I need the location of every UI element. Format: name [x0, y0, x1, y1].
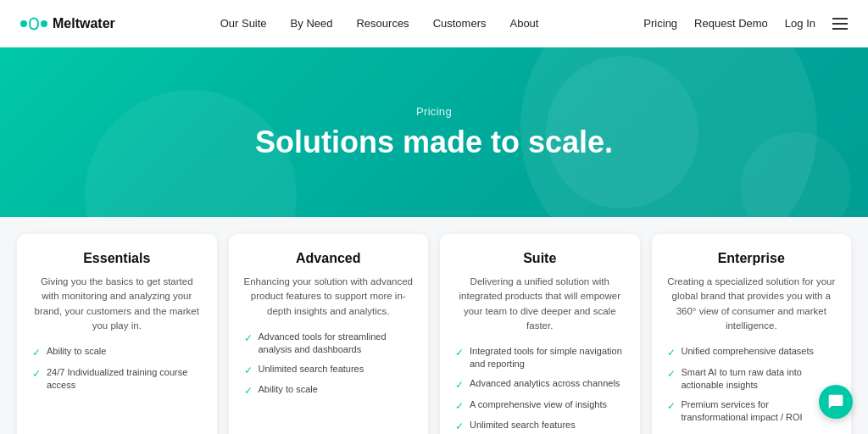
logo-text: Meltwater: [53, 16, 115, 31]
list-item: ✓Premium services for transformational i…: [667, 398, 837, 425]
card-desc-enterprise: Creating a specialized solution for your…: [667, 275, 837, 333]
nav-resources[interactable]: Resources: [356, 17, 409, 30]
list-item: ✓Unlimited search features: [455, 419, 625, 434]
hero-title: Solutions made to scale.: [255, 125, 613, 160]
card-features-suite: ✓Integrated tools for simple navigation …: [455, 345, 625, 434]
pricing-cards-section: EssentialsGiving you the basics to get s…: [0, 217, 868, 434]
card-title-suite: Suite: [455, 251, 625, 266]
hero-bubble-2: [741, 132, 851, 217]
card-title-advanced: Advanced: [244, 251, 414, 266]
feature-text: Unified comprehensive datasets: [682, 345, 815, 358]
feature-text: A comprehensive view of insights: [470, 398, 607, 411]
list-item: ✓Advanced analytics across channels: [455, 377, 625, 392]
check-icon: ✓: [244, 364, 253, 378]
nav-right: Pricing Request Demo Log In: [643, 17, 848, 30]
pricing-card-advanced: AdvancedEnhancing your solution with adv…: [229, 234, 429, 434]
nav-request-demo[interactable]: Request Demo: [694, 17, 768, 30]
pricing-card-suite: SuiteDelivering a unified solution with …: [440, 234, 640, 434]
list-item: ✓Unlimited search features: [244, 363, 414, 378]
feature-text: Unlimited search features: [470, 419, 576, 431]
feature-text: Ability to scale: [47, 345, 106, 358]
nav-by-need[interactable]: By Need: [291, 17, 333, 30]
list-item: ✓Integrated tools for simple navigation …: [455, 345, 625, 371]
list-item: ✓Advanced tools for streamlined analysis…: [244, 331, 414, 357]
check-icon: ✓: [455, 346, 464, 360]
feature-text: Smart AI to turn raw data into actionabl…: [682, 366, 837, 392]
logo[interactable]: Meltwater: [20, 15, 115, 32]
pricing-card-essentials: EssentialsGiving you the basics to get s…: [17, 234, 217, 434]
list-item: ✓A comprehensive view of insights: [455, 398, 625, 414]
feature-text: Premium services for transformational im…: [682, 398, 837, 425]
list-item: ✓Smart AI to turn raw data into actionab…: [667, 366, 837, 392]
card-features-advanced: ✓Advanced tools for streamlined analysis…: [244, 331, 414, 398]
feature-text: Advanced analytics across channels: [470, 377, 620, 390]
chat-widget-button[interactable]: [819, 385, 853, 419]
card-desc-advanced: Enhancing your solution with advanced pr…: [244, 275, 414, 319]
check-icon: ✓: [244, 384, 253, 398]
feature-text: Unlimited search features: [259, 363, 364, 376]
hero-subtitle: Pricing: [416, 105, 452, 118]
check-icon: ✓: [667, 346, 676, 360]
check-icon: ✓: [455, 378, 464, 392]
feature-text: Advanced tools for streamlined analysis …: [259, 331, 414, 357]
feature-text: 24/7 Individualized training course acce…: [47, 366, 202, 392]
navbar: Meltwater Our Suite By Need Resources Cu…: [0, 0, 868, 47]
card-features-essentials: ✓Ability to scale✓24/7 Individualized tr…: [32, 345, 202, 392]
card-desc-suite: Delivering a unified solution with integ…: [455, 275, 625, 333]
nav-customers[interactable]: Customers: [433, 17, 487, 30]
list-item: ✓Ability to scale: [244, 383, 414, 398]
check-icon: ✓: [455, 399, 464, 414]
nav-login[interactable]: Log In: [785, 17, 815, 30]
card-title-essentials: Essentials: [32, 251, 202, 266]
nav-our-suite[interactable]: Our Suite: [220, 17, 267, 30]
check-icon: ✓: [32, 346, 41, 360]
list-item: ✓Ability to scale: [32, 345, 202, 360]
check-icon: ✓: [667, 399, 676, 414]
svg-rect-2: [41, 20, 47, 27]
list-item: ✓24/7 Individualized training course acc…: [32, 366, 202, 392]
check-icon: ✓: [455, 420, 464, 434]
feature-text: Integrated tools for simple navigation a…: [470, 345, 625, 371]
check-icon: ✓: [32, 367, 41, 381]
card-desc-essentials: Giving you the basics to get started wit…: [32, 275, 202, 333]
nav-pricing[interactable]: Pricing: [643, 17, 677, 30]
nav-links: Our Suite By Need Resources Customers Ab…: [220, 17, 539, 30]
card-title-enterprise: Enterprise: [667, 251, 837, 266]
hero-section: Pricing Solutions made to scale.: [0, 47, 868, 217]
check-icon: ✓: [667, 367, 676, 381]
list-item: ✓Unified comprehensive datasets: [667, 345, 837, 360]
hamburger-menu[interactable]: [832, 18, 848, 30]
svg-rect-0: [20, 20, 27, 27]
card-features-enterprise: ✓Unified comprehensive datasets✓Smart AI…: [667, 345, 837, 424]
nav-about[interactable]: About: [509, 17, 538, 30]
feature-text: Ability to scale: [259, 383, 318, 396]
check-icon: ✓: [244, 331, 253, 346]
svg-rect-1: [30, 18, 38, 29]
